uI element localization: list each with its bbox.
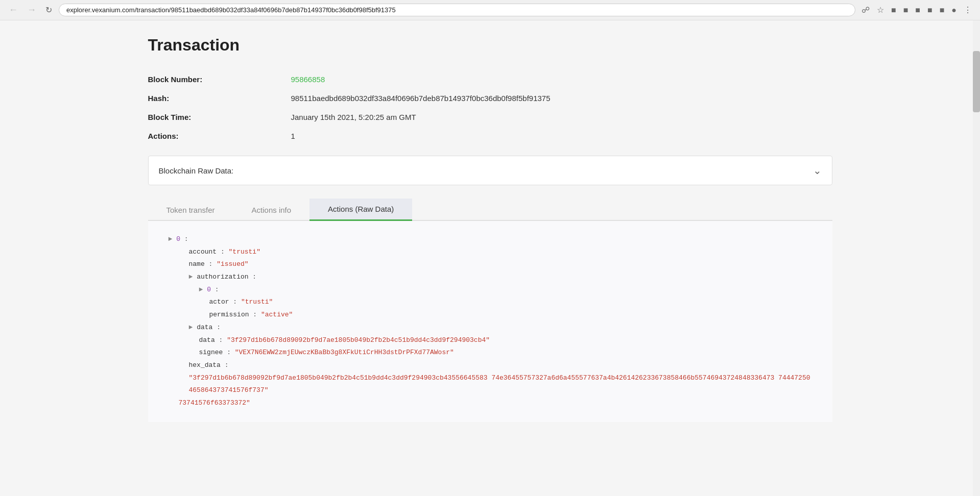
block-number-label: Block Number:: [148, 75, 291, 84]
json-data-key: ► data :: [169, 321, 812, 334]
menu-icon[interactable]: ⋮: [962, 4, 974, 16]
page-title: Transaction: [148, 36, 832, 55]
hash-label: Hash:: [148, 94, 291, 103]
ext4-icon[interactable]: ■: [925, 5, 935, 16]
actions-value: 1: [291, 132, 832, 140]
hash-row: Hash: 98511baedbd689b032df33a84f0696b7de…: [148, 89, 832, 108]
json-actor-key: actor : "trusti": [169, 296, 812, 309]
scrollbar[interactable]: [973, 20, 980, 496]
forward-button[interactable]: →: [25, 4, 39, 16]
hash-value: 98511baedbd689b032df33a84f0696b7deb87b14…: [291, 94, 832, 103]
json-line-0: ► 0 :: [169, 233, 812, 246]
block-number-value: 95866858: [291, 75, 832, 84]
block-time-value: January 15th 2021, 5:20:25 am GMT: [291, 113, 832, 121]
raw-data-content: ► 0 : account : "trusti" name : "issued"…: [148, 221, 832, 422]
json-hex-data-key: hex_data :: [169, 359, 812, 372]
block-time-label: Block Time:: [148, 113, 291, 121]
json-hex-data-value2: 73741576f63373372": [169, 397, 812, 410]
account-icon[interactable]: ●: [949, 5, 959, 16]
json-name-key: name : "issued": [169, 258, 812, 271]
block-number-row: Block Number: 95866858: [148, 70, 832, 89]
bookmark-icon[interactable]: ☆: [875, 4, 886, 16]
translate-icon[interactable]: ☍: [859, 4, 872, 16]
tab-actions-info[interactable]: Actions info: [233, 199, 310, 221]
ext1-icon[interactable]: ■: [889, 5, 898, 16]
actions-label: Actions:: [148, 132, 291, 140]
back-button[interactable]: ←: [6, 4, 20, 16]
json-auth-0: ► 0 :: [169, 284, 812, 296]
blockchain-raw-data-label: Blockchain Raw Data:: [159, 166, 234, 175]
json-hex-data-value: "3f297d1b6b678d89092bf9d7ae1805b049b2fb2…: [169, 372, 812, 397]
page-content: Transaction Block Number: 95866858 Hash:…: [117, 20, 863, 496]
blockchain-raw-data-box[interactable]: Blockchain Raw Data: ⌄: [148, 156, 832, 185]
browser-icons: ☍ ☆ ■ ■ ■ ■ ■ ● ⋮: [859, 4, 974, 16]
tab-token-transfer[interactable]: Token transfer: [148, 199, 233, 221]
tabs-bar: Token transfer Actions info Actions (Raw…: [148, 197, 832, 221]
chevron-down-icon: ⌄: [813, 164, 822, 177]
json-data-inner-key: data : "3f297d1b6b678d89092bf9d7ae1805b0…: [169, 334, 812, 347]
ext3-icon[interactable]: ■: [913, 5, 922, 16]
json-account-key: account : "trusti": [169, 246, 812, 259]
reload-button[interactable]: ↻: [43, 4, 55, 16]
json-signee-key: signee : "VEX7N6EWW2zmjEUwczKBaBb3g8XFkU…: [169, 346, 812, 359]
json-authorization-key: ► authorization :: [169, 271, 812, 284]
browser-bar: ← → ↻ ☍ ☆ ■ ■ ■ ■ ■ ● ⋮: [0, 0, 980, 20]
block-time-row: Block Time: January 15th 2021, 5:20:25 a…: [148, 108, 832, 127]
ext2-icon[interactable]: ■: [901, 5, 911, 16]
address-bar[interactable]: [59, 4, 855, 16]
info-table: Block Number: 95866858 Hash: 98511baedbd…: [148, 70, 832, 145]
actions-row: Actions: 1: [148, 127, 832, 145]
scrollbar-thumb[interactable]: [973, 51, 980, 112]
ext5-icon[interactable]: ■: [938, 5, 947, 16]
json-permission-key: permission : "active": [169, 309, 812, 321]
tab-actions-raw-data[interactable]: Actions (Raw Data): [309, 199, 412, 221]
